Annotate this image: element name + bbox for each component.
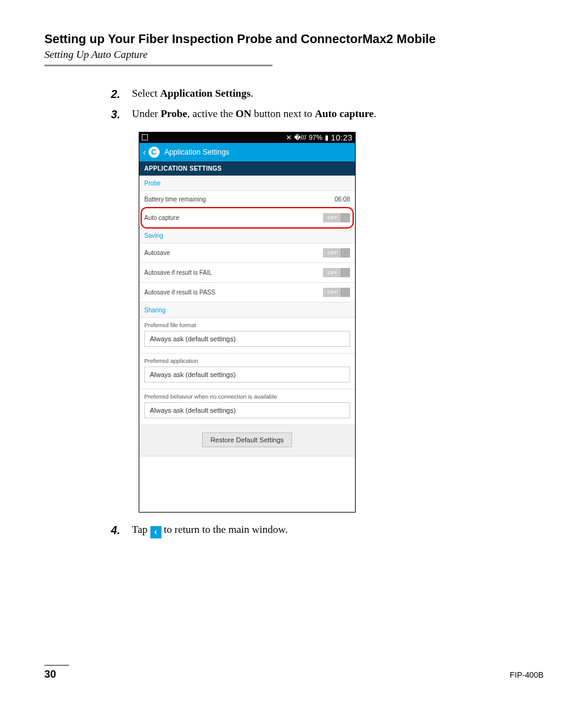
- row-value: 06:08: [335, 196, 350, 203]
- step-number: 2.: [111, 85, 120, 104]
- group-saving: Saving: [139, 228, 355, 243]
- mute-icon: ✕: [286, 134, 292, 142]
- blank-area: [139, 456, 355, 512]
- row-autosave-pass: Autosave if result is PASS OFF: [139, 283, 355, 302]
- toggle-state: OFF: [323, 270, 341, 275]
- group-sharing: Sharing: [139, 302, 355, 318]
- toggle-knob: [341, 213, 350, 222]
- step-3: 3. Under Probe, active the ON button nex…: [111, 105, 544, 123]
- step-bold: ON: [235, 108, 251, 120]
- page-footer: 30 FIP-400B: [44, 665, 544, 681]
- battery-icon: ▮: [325, 134, 329, 142]
- row-label: Autosave if result is FAIL: [144, 269, 323, 276]
- step-4: 4. Tap ‹ to return to the main window.: [111, 521, 544, 539]
- row-autosave-fail: Autosave if result is FAIL OFF: [139, 263, 355, 283]
- step-bold: Auto capture: [315, 108, 374, 120]
- step-bold: Application Settings: [160, 87, 251, 99]
- step-text: Tap: [132, 524, 150, 535]
- toggle-autosave-fail[interactable]: OFF: [323, 268, 350, 277]
- row-label: Auto capture: [144, 214, 323, 221]
- toggle-state: OFF: [323, 290, 341, 295]
- step-text: , active the: [187, 108, 235, 120]
- toggle-knob: [341, 288, 350, 297]
- notification-icon: [142, 134, 148, 140]
- page-number: 30: [44, 668, 56, 681]
- back-icon: ‹: [150, 526, 161, 538]
- wifi-icon: �///: [294, 134, 306, 142]
- toggle-state: OFF: [323, 215, 341, 221]
- group-probe: Probe: [139, 176, 355, 191]
- toggle-auto-capture[interactable]: OFF: [323, 213, 350, 222]
- select-file-format[interactable]: Always ask (default settings): [144, 331, 350, 347]
- statusbar: ✕ �/// 97% ▮ 10:23: [139, 132, 355, 143]
- restore-row: Restore Default Settings: [139, 425, 355, 456]
- toggle-knob: [341, 268, 350, 277]
- row-battery-remaining: Battery time remaining 06:08: [139, 191, 355, 208]
- footer-rule: [44, 665, 69, 666]
- row-label: Battery time remaining: [144, 196, 335, 203]
- back-icon[interactable]: ‹: [143, 147, 146, 157]
- step-text: Select: [132, 87, 160, 99]
- select-preferred-app[interactable]: Always ask (default settings): [144, 367, 350, 383]
- step-number: 3.: [111, 105, 120, 124]
- restore-button[interactable]: Restore Default Settings: [202, 432, 292, 447]
- step-2: 2. Select Application Settings.: [111, 85, 544, 103]
- step-bold: Probe: [161, 108, 187, 120]
- appbar: ‹ C Application Settings: [139, 143, 355, 161]
- page-subtitle: Setting Up Auto Capture: [44, 49, 544, 61]
- app-logo-icon: C: [149, 147, 160, 158]
- toggle-autosave[interactable]: OFF: [323, 248, 350, 258]
- model-number: FIP-400B: [510, 670, 544, 680]
- screenshot-app-settings: ✕ �/// 97% ▮ 10:23 ‹ C Application Setti…: [139, 132, 356, 513]
- section-header: APPLICATION SETTINGS: [139, 161, 355, 176]
- step-text: Under: [132, 108, 161, 120]
- row-label: Autosave: [144, 249, 323, 256]
- label-preferred-app: Preferred application: [139, 354, 355, 364]
- row-autosave: Autosave OFF: [139, 243, 355, 263]
- step-text: .: [374, 108, 376, 120]
- select-noconn[interactable]: Always ask (default settings): [144, 402, 350, 418]
- step-text: .: [251, 87, 253, 99]
- step-text: to return to the main window.: [161, 524, 288, 535]
- toggle-state: OFF: [323, 250, 341, 256]
- page-title: Setting up Your Fiber Inspection Probe a…: [44, 32, 544, 46]
- step-number: 4.: [111, 521, 120, 540]
- row-auto-capture: Auto capture OFF: [139, 208, 355, 228]
- label-noconn: Preferred behavior when no connection is…: [139, 389, 355, 400]
- step-text: button next to: [251, 108, 315, 120]
- header-rule: [44, 65, 272, 67]
- appbar-title: Application Settings: [165, 148, 229, 156]
- toggle-autosave-pass[interactable]: OFF: [323, 288, 350, 297]
- toggle-knob: [341, 248, 350, 258]
- statusbar-clock: 10:23: [331, 133, 353, 142]
- row-label: Autosave if result is PASS: [144, 289, 323, 296]
- label-file-format: Preferred file format: [139, 318, 355, 328]
- battery-pct: 97%: [309, 134, 322, 141]
